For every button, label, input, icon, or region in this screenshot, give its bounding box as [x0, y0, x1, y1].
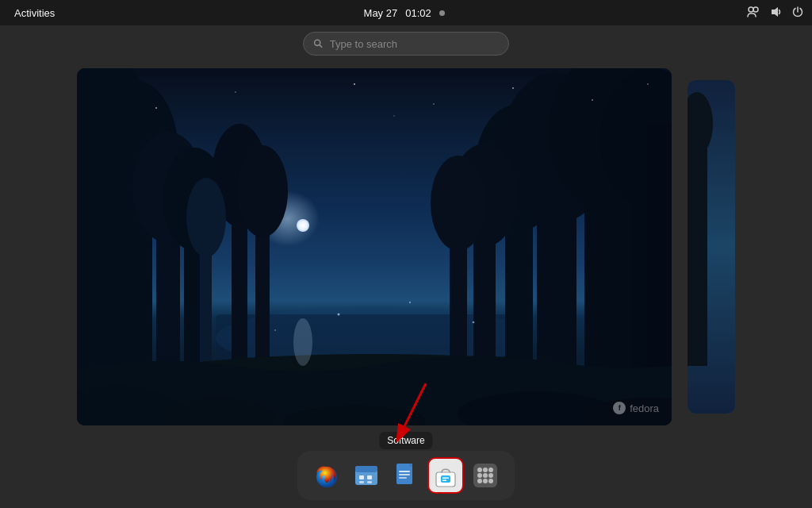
time-label: 01:02	[405, 7, 431, 19]
dock-files-icon[interactable]	[388, 457, 424, 494]
notification-dot	[439, 10, 445, 16]
svg-point-85	[477, 479, 482, 483]
svg-point-46	[433, 103, 435, 105]
svg-point-82	[477, 473, 482, 478]
svg-rect-67	[367, 481, 372, 483]
dock	[297, 451, 515, 500]
svg-point-55	[293, 318, 312, 366]
activities-button[interactable]: Activities	[8, 6, 61, 21]
svg-rect-63	[355, 466, 377, 472]
svg-rect-70	[409, 464, 412, 467]
svg-point-47	[512, 87, 514, 89]
svg-point-7	[297, 219, 309, 232]
svg-rect-77	[442, 480, 446, 482]
window-container: f fedora	[16, 68, 796, 425]
fedora-watermark: f fedora	[613, 402, 659, 414]
dock-software-icon[interactable]	[427, 457, 464, 494]
svg-point-80	[483, 468, 488, 472]
main-window-preview[interactable]: f fedora	[77, 68, 672, 425]
svg-point-44	[235, 91, 236, 93]
topbar-right	[747, 6, 804, 21]
topbar: Activities May 27 01:02	[0, 0, 812, 25]
dock-appgrid-icon[interactable]	[467, 457, 504, 494]
power-icon[interactable]	[791, 6, 804, 21]
svg-point-79	[477, 468, 482, 472]
svg-point-48	[592, 99, 593, 101]
svg-point-84	[488, 473, 493, 478]
partial-window-preview[interactable]	[688, 80, 735, 414]
svg-point-43	[155, 107, 157, 109]
svg-marker-2	[772, 7, 778, 17]
forest-wallpaper: f fedora	[77, 68, 672, 425]
svg-rect-66	[359, 481, 364, 483]
search-icon	[313, 38, 324, 49]
sound-icon[interactable]	[769, 6, 782, 21]
svg-point-86	[483, 479, 488, 483]
dock-software-wrapper	[427, 457, 464, 494]
svg-point-0	[749, 7, 753, 12]
svg-point-3	[315, 40, 320, 45]
svg-rect-73	[399, 477, 407, 479]
svg-point-51	[338, 314, 340, 316]
svg-point-83	[483, 473, 488, 478]
svg-rect-65	[367, 475, 372, 479]
date-label: May 27	[364, 7, 398, 19]
svg-rect-72	[399, 474, 410, 475]
search-bar	[303, 32, 509, 56]
dock-files-alt-icon[interactable]	[348, 457, 385, 494]
topbar-center: May 27 01:02	[364, 7, 445, 19]
svg-point-23	[186, 178, 226, 257]
search-container	[303, 32, 509, 56]
svg-point-54	[473, 321, 475, 324]
svg-rect-64	[359, 475, 364, 479]
user-accounts-icon[interactable]	[747, 6, 760, 21]
svg-point-21	[237, 145, 288, 237]
svg-point-50	[393, 115, 394, 116]
svg-rect-75	[441, 475, 450, 483]
svg-point-49	[647, 83, 649, 85]
svg-point-81	[488, 468, 493, 472]
svg-point-53	[274, 329, 276, 331]
svg-point-36	[431, 156, 486, 251]
svg-rect-71	[399, 471, 410, 472]
svg-rect-76	[442, 478, 449, 479]
fedora-logo-icon: f	[613, 402, 626, 414]
svg-point-52	[409, 302, 411, 303]
dock-firefox-icon[interactable]	[308, 457, 345, 494]
svg-rect-57	[688, 128, 707, 366]
search-input[interactable]	[330, 38, 499, 50]
fedora-text: fedora	[630, 402, 659, 414]
svg-line-4	[320, 45, 322, 48]
svg-point-1	[753, 7, 758, 12]
workspace: f fedora	[0, 25, 812, 508]
svg-point-45	[354, 83, 355, 85]
svg-point-87	[488, 479, 493, 483]
